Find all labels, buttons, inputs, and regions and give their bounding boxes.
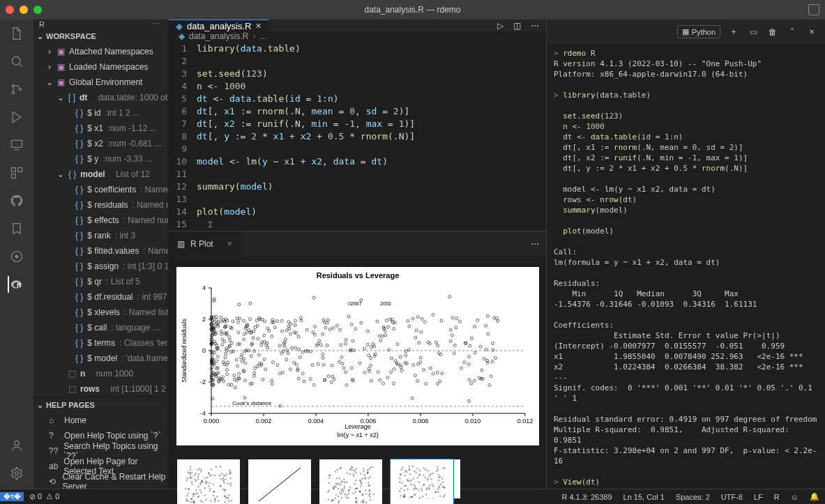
new-terminal-icon[interactable]: ＋ xyxy=(727,26,740,38)
tree-item[interactable]: { } $ call : language ... xyxy=(33,320,168,335)
settings-icon[interactable] xyxy=(8,465,25,482)
tree-item[interactable]: { } $ rank : int 3 xyxy=(33,228,168,243)
tree-item[interactable]: { } $ model : 'data.frame': 1000 obs. of… xyxy=(33,351,168,366)
svg-point-1 xyxy=(12,84,14,86)
errors-warnings[interactable]: ⊘ 0 ⚠ 0 xyxy=(24,492,65,501)
search-icon[interactable] xyxy=(8,53,25,70)
svg-text:0: 0 xyxy=(202,347,205,354)
code-content[interactable]: library(data.table) set.seed(123) n <- 1… xyxy=(197,43,546,231)
variable-rows[interactable]: ⬚ rows int [1:1000] 1 2 ... xyxy=(33,381,168,397)
help-item[interactable]: ⌂Home xyxy=(33,413,168,428)
tree-item[interactable]: { } $ qr : List of 5 xyxy=(33,274,168,289)
editor-tab[interactable]: ◆ data_analysis.R × xyxy=(169,20,269,31)
svg-point-224 xyxy=(345,383,348,386)
svg-point-410 xyxy=(230,383,233,386)
encoding[interactable]: UTF-8 xyxy=(716,493,748,501)
svg-point-362 xyxy=(393,321,396,324)
explorer-icon[interactable] xyxy=(8,25,25,42)
close-icon[interactable]: × xyxy=(805,26,818,38)
close-icon[interactable]: × xyxy=(256,20,262,31)
svg-point-181 xyxy=(422,368,425,371)
tree-item[interactable]: { } $ x2 :num -0.681 ... xyxy=(33,136,168,151)
tree-item[interactable]: { } $ fitted.values : Named num [1:1000.… xyxy=(33,243,168,259)
svg-point-302 xyxy=(344,371,347,374)
tree-item[interactable]: { } $ xlevels : Named list() xyxy=(33,305,168,320)
plot-thumb[interactable] xyxy=(319,459,382,504)
svg-point-14 xyxy=(15,472,19,475)
run-icon[interactable]: ▷ xyxy=(497,21,504,31)
svg-point-188 xyxy=(237,372,240,375)
svg-rect-743 xyxy=(391,459,460,498)
plot-thumb[interactable] xyxy=(177,459,240,504)
gitlens-icon[interactable] xyxy=(8,248,25,265)
plot-thumb[interactable] xyxy=(391,459,453,504)
maximize-icon[interactable]: ˄ xyxy=(786,26,798,38)
help-item[interactable]: ⟲Clear Cache & Restart Help Server xyxy=(33,474,168,489)
tree-item[interactable]: { } $ y :num -3.33 ... xyxy=(33,151,168,167)
svg-point-353 xyxy=(243,362,246,365)
eol[interactable]: LF xyxy=(748,493,769,501)
svg-rect-5 xyxy=(12,168,16,172)
svg-point-115 xyxy=(253,367,256,369)
svg-point-97 xyxy=(399,356,402,358)
github-icon[interactable] xyxy=(8,192,25,209)
tree-item[interactable]: { } $ terms : Classes 'terms', 'formula'… xyxy=(33,335,168,351)
split-editor-icon[interactable]: ◫ xyxy=(513,21,521,31)
more-icon[interactable]: ⋯ xyxy=(152,20,160,29)
feedback-icon[interactable]: ☺ xyxy=(785,493,804,501)
language-mode[interactable]: R xyxy=(769,493,785,501)
indentation[interactable]: Spaces: 2 xyxy=(670,493,716,501)
cursor-position[interactable]: Ln 15, Col 1 xyxy=(618,493,670,501)
plot-thumb[interactable] xyxy=(248,459,311,504)
source-control-icon[interactable] xyxy=(8,81,25,98)
bookmarks-icon[interactable] xyxy=(8,220,25,237)
tree-item[interactable]: { } $ id :int 1 2 ... xyxy=(33,105,168,121)
run-debug-icon[interactable] xyxy=(8,109,25,125)
r-memory[interactable]: R 4.1.3: 26389 xyxy=(556,493,617,501)
svg-point-145 xyxy=(252,372,255,374)
svg-point-2 xyxy=(12,91,14,93)
plot-tab[interactable]: ▥ R Plot × xyxy=(169,231,241,256)
svg-point-324 xyxy=(486,314,489,317)
svg-rect-7 xyxy=(12,174,16,178)
language-picker[interactable]: ▦Python xyxy=(677,25,720,38)
svg-point-125 xyxy=(491,342,494,344)
tree-item[interactable]: { } $ effects : Named num [1:1000] -... xyxy=(33,213,168,228)
variable-dt[interactable]: ⌄[ ] dt data.table: 1000 obs. of 4 varia… xyxy=(33,90,168,105)
code-editor[interactable]: 123456789101112131415 library(data.table… xyxy=(169,41,546,231)
remote-icon[interactable] xyxy=(8,137,25,153)
svg-point-271 xyxy=(419,356,422,359)
trash-icon[interactable]: 🗑 xyxy=(766,26,779,38)
close-window-button[interactable] xyxy=(6,6,14,14)
r-extension-icon[interactable]: R xyxy=(8,276,24,293)
remote-button[interactable]: �য� xyxy=(0,492,24,501)
tree-item[interactable]: { } $ df.residual : int 997 xyxy=(33,289,168,305)
tree-item[interactable]: { } $ coefficients : Named num [1:3] -0.… xyxy=(33,182,168,197)
layout-icon[interactable]: ▭ xyxy=(747,26,759,38)
workspace-section-title[interactable]: ⌄ WORKSPACE xyxy=(33,29,168,44)
tree-item[interactable]: { } $ residuals : Named num [1:1000] -..… xyxy=(33,197,168,213)
minimize-window-button[interactable] xyxy=(20,6,28,14)
svg-point-109 xyxy=(483,358,485,360)
tree-item[interactable]: ›▣Loaded Namespaces xyxy=(33,59,168,75)
svg-point-131 xyxy=(429,367,432,369)
variable-n[interactable]: ⬚ n num 1000 xyxy=(33,366,168,381)
extensions-icon[interactable] xyxy=(8,165,25,181)
tree-item[interactable]: { } $ assign : int [1:3] 0 1 ... xyxy=(33,259,168,274)
variable-model[interactable]: ⌄{ } model List of 12 xyxy=(33,167,168,182)
tree-item[interactable]: { } $ x1 :num -1.12 ... xyxy=(33,121,168,136)
maximize-window-button[interactable] xyxy=(33,6,42,14)
breadcrumb[interactable]: ◆ data_analysis.R › ... xyxy=(169,31,546,41)
tree-item[interactable]: ⌄▣Global Environment xyxy=(33,75,168,90)
tree-item[interactable]: ›▣Attached Namespaces xyxy=(33,44,168,59)
svg-point-348 xyxy=(328,328,331,331)
close-icon[interactable]: × xyxy=(227,239,232,249)
terminal[interactable]: > rdemo R R version 4.1.3 (2022-03-10) -… xyxy=(547,44,825,489)
svg-point-164 xyxy=(256,365,259,367)
more-icon[interactable]: ⋯ xyxy=(531,21,539,31)
help-section-title[interactable]: ⌄ HELP PAGES xyxy=(33,397,168,413)
layout-toggle-button[interactable] xyxy=(808,4,819,15)
account-icon[interactable] xyxy=(8,437,25,454)
more-icon[interactable]: ⋯ xyxy=(524,231,546,256)
bell-icon[interactable]: 🔔 xyxy=(804,492,825,501)
